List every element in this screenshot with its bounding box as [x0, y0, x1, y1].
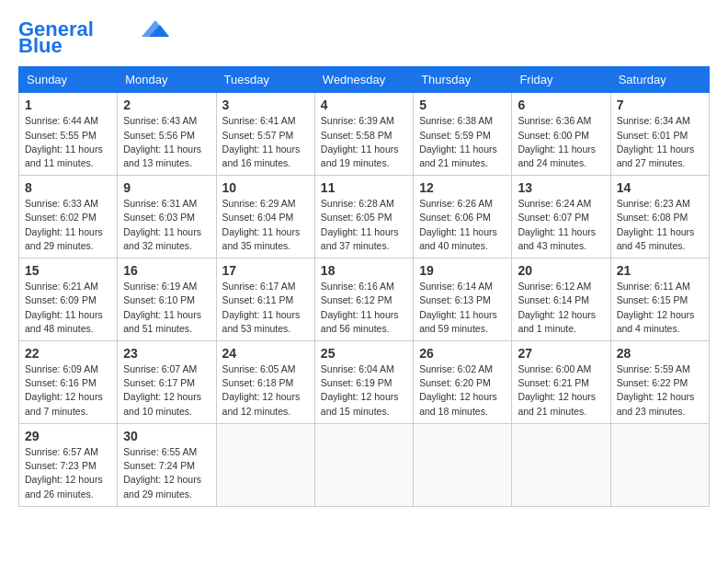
calendar-row-week-4: 22Sunrise: 6:09 AMSunset: 6:16 PMDayligh…: [19, 341, 710, 424]
calendar-row-week-1: 1Sunrise: 6:44 AMSunset: 5:55 PMDaylight…: [19, 93, 710, 176]
day-info: Sunrise: 6:31 AMSunset: 6:03 PMDaylight:…: [123, 197, 210, 253]
day-info: Sunrise: 6:33 AMSunset: 6:02 PMDaylight:…: [25, 197, 111, 253]
day-number: 29: [25, 429, 111, 443]
calendar-row-week-5: 29Sunrise: 6:57 AMSunset: 7:23 PMDayligh…: [19, 423, 710, 506]
day-info: Sunrise: 6:55 AMSunset: 7:24 PMDaylight:…: [123, 445, 210, 501]
day-info: Sunrise: 6:02 AMSunset: 6:20 PMDaylight:…: [419, 362, 506, 419]
calendar-cell: 2Sunrise: 6:43 AMSunset: 5:56 PMDaylight…: [118, 93, 216, 176]
calendar-header-row: SundayMondayTuesdayWednesdayThursdayFrid…: [19, 67, 710, 93]
day-info: Sunrise: 6:16 AMSunset: 6:12 PMDaylight:…: [321, 280, 407, 336]
day-number: 4: [321, 98, 407, 112]
day-number: 18: [321, 263, 407, 278]
calendar-cell: 8Sunrise: 6:33 AMSunset: 6:02 PMDaylight…: [19, 176, 118, 259]
day-info: Sunrise: 6:17 AMSunset: 6:11 PMDaylight:…: [222, 280, 309, 336]
calendar-cell: 29Sunrise: 6:57 AMSunset: 7:23 PMDayligh…: [19, 423, 118, 506]
calendar-cell: 26Sunrise: 6:02 AMSunset: 6:20 PMDayligh…: [414, 341, 512, 424]
day-number: 17: [222, 263, 309, 278]
day-number: 15: [25, 263, 111, 278]
calendar-cell: 27Sunrise: 6:00 AMSunset: 6:21 PMDayligh…: [512, 341, 610, 424]
day-number: 23: [123, 346, 210, 361]
day-header-wednesday: Wednesday: [314, 67, 413, 93]
day-number: 13: [518, 180, 604, 195]
day-info: Sunrise: 6:12 AMSunset: 6:14 PMDaylight:…: [518, 280, 604, 336]
calendar-cell: 16Sunrise: 6:19 AMSunset: 6:10 PMDayligh…: [118, 259, 216, 341]
calendar-cell: 12Sunrise: 6:26 AMSunset: 6:06 PMDayligh…: [414, 176, 512, 259]
day-info: Sunrise: 6:11 AMSunset: 6:15 PMDaylight:…: [617, 280, 703, 336]
day-number: 16: [123, 263, 210, 278]
calendar-cell: [414, 423, 512, 506]
day-info: Sunrise: 6:00 AMSunset: 6:21 PMDaylight:…: [518, 362, 604, 419]
calendar-cell: 11Sunrise: 6:28 AMSunset: 6:05 PMDayligh…: [314, 176, 413, 259]
day-number: 11: [321, 180, 407, 195]
day-number: 30: [123, 429, 210, 443]
logo: General Blue: [18, 18, 169, 57]
header: General Blue: [18, 18, 710, 57]
day-info: Sunrise: 6:36 AMSunset: 6:00 PMDaylight:…: [518, 114, 604, 170]
day-number: 10: [222, 180, 309, 195]
calendar-cell: [512, 423, 610, 506]
day-number: 27: [518, 346, 604, 361]
calendar-cell: 9Sunrise: 6:31 AMSunset: 6:03 PMDaylight…: [118, 176, 216, 259]
day-info: Sunrise: 6:29 AMSunset: 6:04 PMDaylight:…: [222, 197, 309, 253]
day-info: Sunrise: 6:43 AMSunset: 5:56 PMDaylight:…: [123, 114, 210, 170]
calendar-cell: 7Sunrise: 6:34 AMSunset: 6:01 PMDaylight…: [610, 93, 709, 176]
calendar-cell: 24Sunrise: 6:05 AMSunset: 6:18 PMDayligh…: [216, 341, 314, 424]
day-number: 26: [419, 346, 506, 361]
calendar-cell: 4Sunrise: 6:39 AMSunset: 5:58 PMDaylight…: [314, 93, 413, 176]
calendar-cell: [314, 423, 413, 506]
calendar-cell: 23Sunrise: 6:07 AMSunset: 6:17 PMDayligh…: [118, 341, 216, 424]
day-info: Sunrise: 6:09 AMSunset: 6:16 PMDaylight:…: [25, 362, 111, 419]
day-info: Sunrise: 6:28 AMSunset: 6:05 PMDaylight:…: [321, 197, 407, 253]
calendar-cell: 1Sunrise: 6:44 AMSunset: 5:55 PMDaylight…: [19, 93, 118, 176]
day-header-tuesday: Tuesday: [216, 67, 314, 93]
day-header-monday: Monday: [118, 67, 216, 93]
calendar-cell: 21Sunrise: 6:11 AMSunset: 6:15 PMDayligh…: [610, 259, 709, 341]
calendar-cell: 5Sunrise: 6:38 AMSunset: 5:59 PMDaylight…: [414, 93, 512, 176]
calendar-cell: 14Sunrise: 6:23 AMSunset: 6:08 PMDayligh…: [610, 176, 709, 259]
day-info: Sunrise: 5:59 AMSunset: 6:22 PMDaylight:…: [617, 362, 703, 419]
day-number: 9: [123, 180, 210, 195]
day-number: 12: [419, 180, 506, 195]
day-info: Sunrise: 6:39 AMSunset: 5:58 PMDaylight:…: [321, 114, 407, 170]
day-number: 20: [518, 263, 604, 278]
calendar-cell: 17Sunrise: 6:17 AMSunset: 6:11 PMDayligh…: [216, 259, 314, 341]
day-number: 1: [25, 98, 111, 112]
day-header-saturday: Saturday: [610, 67, 709, 93]
calendar-cell: 13Sunrise: 6:24 AMSunset: 6:07 PMDayligh…: [512, 176, 610, 259]
day-number: 8: [25, 180, 111, 195]
day-number: 7: [617, 98, 703, 112]
day-number: 6: [518, 98, 604, 112]
day-info: Sunrise: 6:41 AMSunset: 5:57 PMDaylight:…: [222, 114, 309, 170]
day-number: 28: [617, 346, 703, 361]
day-number: 25: [321, 346, 407, 361]
day-info: Sunrise: 6:34 AMSunset: 6:01 PMDaylight:…: [617, 114, 703, 170]
day-header-sunday: Sunday: [19, 67, 118, 93]
calendar: SundayMondayTuesdayWednesdayThursdayFrid…: [18, 66, 710, 506]
logo-icon: [142, 20, 169, 37]
day-number: 14: [617, 180, 703, 195]
calendar-cell: 30Sunrise: 6:55 AMSunset: 7:24 PMDayligh…: [118, 423, 216, 506]
day-info: Sunrise: 6:14 AMSunset: 6:13 PMDaylight:…: [419, 280, 506, 336]
day-info: Sunrise: 6:57 AMSunset: 7:23 PMDaylight:…: [25, 445, 111, 501]
calendar-cell: 22Sunrise: 6:09 AMSunset: 6:16 PMDayligh…: [19, 341, 118, 424]
calendar-cell: 19Sunrise: 6:14 AMSunset: 6:13 PMDayligh…: [414, 259, 512, 341]
calendar-cell: 25Sunrise: 6:04 AMSunset: 6:19 PMDayligh…: [314, 341, 413, 424]
day-info: Sunrise: 6:05 AMSunset: 6:18 PMDaylight:…: [222, 362, 309, 419]
day-info: Sunrise: 6:44 AMSunset: 5:55 PMDaylight:…: [25, 114, 111, 170]
day-info: Sunrise: 6:21 AMSunset: 6:09 PMDaylight:…: [25, 280, 111, 336]
day-info: Sunrise: 6:24 AMSunset: 6:07 PMDaylight:…: [518, 197, 604, 253]
calendar-row-week-2: 8Sunrise: 6:33 AMSunset: 6:02 PMDaylight…: [19, 176, 710, 259]
day-number: 22: [25, 346, 111, 361]
day-info: Sunrise: 6:26 AMSunset: 6:06 PMDaylight:…: [419, 197, 506, 253]
day-info: Sunrise: 6:19 AMSunset: 6:10 PMDaylight:…: [123, 280, 210, 336]
day-number: 2: [123, 98, 210, 112]
calendar-cell: [216, 423, 314, 506]
logo-blue-text: Blue: [18, 35, 63, 57]
day-number: 3: [222, 98, 309, 112]
day-number: 5: [419, 98, 506, 112]
day-header-thursday: Thursday: [414, 67, 512, 93]
calendar-cell: 3Sunrise: 6:41 AMSunset: 5:57 PMDaylight…: [216, 93, 314, 176]
day-info: Sunrise: 6:38 AMSunset: 5:59 PMDaylight:…: [419, 114, 506, 170]
day-number: 19: [419, 263, 506, 278]
calendar-row-week-3: 15Sunrise: 6:21 AMSunset: 6:09 PMDayligh…: [19, 259, 710, 341]
